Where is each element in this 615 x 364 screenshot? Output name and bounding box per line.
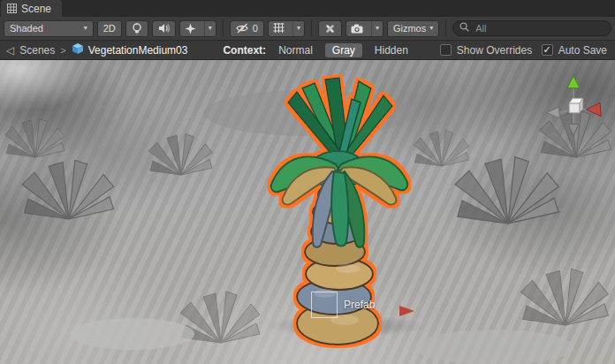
context-mode-normal[interactable]: Normal <box>271 43 320 57</box>
draw-mode-dropdown[interactable]: Shaded ▾ <box>4 20 94 37</box>
toolbar-separator <box>223 20 224 36</box>
move-tool-x-axis-arrow[interactable] <box>399 306 414 316</box>
camera-icon <box>346 21 368 36</box>
chevron-down-icon: ▾ <box>429 25 433 32</box>
breadcrumb-separator: > <box>60 45 65 56</box>
component-tools-button[interactable] <box>318 20 342 37</box>
grid-icon <box>269 21 289 36</box>
search-input[interactable] <box>474 22 604 34</box>
scene-lighting-button[interactable] <box>125 20 148 37</box>
toolbar-separator <box>445 20 446 36</box>
speaker-icon <box>158 23 170 34</box>
draw-mode-label: Shaded <box>10 23 43 34</box>
chevron-down-icon[interactable]: ▾ <box>371 21 383 36</box>
tab-scene[interactable]: Scene <box>1 0 62 17</box>
breadcrumb-prefab[interactable]: VegetationMedium03 <box>72 42 188 57</box>
axis-cone-gray <box>547 107 560 118</box>
effects-icon <box>180 21 201 36</box>
axis-cone-gray <box>568 124 579 136</box>
prefab-cube-icon <box>72 42 84 57</box>
hidden-count: 0 <box>253 23 258 34</box>
context-label: Context: <box>223 44 266 57</box>
scene-search-field[interactable] <box>452 20 611 36</box>
auto-save-label: Auto Save <box>558 44 607 57</box>
tab-label: Scene <box>21 3 51 15</box>
scene-visibility-button[interactable]: 0 <box>230 20 264 37</box>
auto-save-checkbox[interactable]: ✓ <box>542 44 553 56</box>
scene-viewport[interactable]: Prefab <box>0 60 615 364</box>
context-mode-gray[interactable]: Gray <box>325 43 362 57</box>
back-icon[interactable]: ◁ <box>6 44 14 57</box>
gizmos-label: Gizmos <box>393 23 426 34</box>
scene-toolbar: Shaded ▾ 2D <box>0 17 615 41</box>
scene-effects-dropdown[interactable]: ▾ <box>179 20 216 37</box>
scene-grid-icon <box>7 4 17 13</box>
context-mode-hidden[interactable]: Hidden <box>368 43 415 57</box>
chevron-down-icon[interactable]: ▾ <box>292 21 304 36</box>
gizmo-center-cube <box>569 103 580 113</box>
unity-scene-window: Scene Shaded ▾ 2D <box>0 0 615 364</box>
gizmos-dropdown[interactable]: Gizmos ▾ <box>387 20 439 37</box>
y-axis-cone <box>567 76 580 88</box>
scene-orientation-gizmo[interactable] <box>543 74 604 140</box>
scene-audio-button[interactable] <box>152 20 176 37</box>
prefab-badge: Prefab <box>344 299 375 311</box>
show-overrides-checkbox[interactable] <box>440 44 452 56</box>
camera-settings-dropdown[interactable]: ▾ <box>345 20 383 37</box>
search-icon <box>459 22 469 34</box>
lightbulb-icon <box>132 23 142 34</box>
chevron-down-icon: ▾ <box>84 25 87 32</box>
toolbar-separator <box>311 20 312 36</box>
x-axis-cone <box>587 102 602 117</box>
chevron-down-icon[interactable]: ▾ <box>204 21 216 36</box>
auto-save-toggle[interactable]: ✓ Auto Save <box>542 44 607 57</box>
2d-toggle-button[interactable]: 2D <box>97 20 122 37</box>
2d-label: 2D <box>103 23 116 34</box>
show-overrides-label: Show Overrides <box>457 44 532 57</box>
breadcrumb-scenes[interactable]: Scenes <box>19 44 55 57</box>
grid-visibility-dropdown[interactable]: ▾ <box>268 20 305 37</box>
prefab-tag: Prefab <box>311 292 375 318</box>
prefab-selection-box[interactable] <box>311 292 338 318</box>
tab-strip: Scene <box>0 0 615 17</box>
show-overrides-toggle[interactable]: Show Overrides <box>440 44 532 57</box>
tools-icon <box>324 23 336 34</box>
prefab-context-bar: ◁ Scenes > VegetationMedium03 Context: N… <box>0 41 615 60</box>
eye-hidden-icon <box>236 23 249 34</box>
prefab-name-label: VegetationMedium03 <box>88 44 188 57</box>
